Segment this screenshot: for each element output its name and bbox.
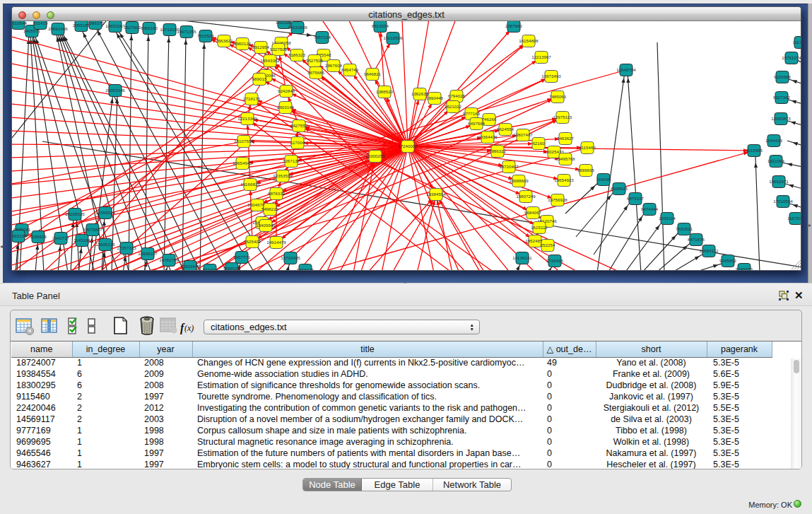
svg-text:7663822: 7663822 <box>216 38 233 43</box>
svg-text:8813054: 8813054 <box>372 23 389 28</box>
svg-text:2942737: 2942737 <box>52 235 70 240</box>
svg-text:6497568: 6497568 <box>468 121 486 126</box>
svg-text:10958107: 10958107 <box>138 251 158 256</box>
svg-text:1145194: 1145194 <box>73 238 90 243</box>
svg-text:19654923: 19654923 <box>554 177 574 182</box>
svg-text:9463627: 9463627 <box>557 136 575 141</box>
svg-text:2387682: 2387682 <box>505 23 523 28</box>
svg-text:9242848: 9242848 <box>278 88 295 93</box>
svg-text:1621022: 1621022 <box>445 104 462 109</box>
svg-text:16648784: 16648784 <box>616 67 636 72</box>
svg-text:10653267: 10653267 <box>105 23 125 28</box>
svg-text:7625402: 7625402 <box>244 239 261 244</box>
svg-text:12923446: 12923446 <box>180 264 200 269</box>
svg-text:9699695: 9699695 <box>577 168 595 173</box>
svg-text:17240007: 17240007 <box>398 144 418 148</box>
svg-text:1510544: 1510544 <box>12 21 28 25</box>
svg-text:18720407: 18720407 <box>499 164 519 169</box>
svg-text:9558107: 9558107 <box>223 266 241 271</box>
svg-text:992450: 992450 <box>203 267 218 271</box>
svg-text:1117207: 1117207 <box>792 40 801 45</box>
svg-text:9657771: 9657771 <box>233 255 251 259</box>
svg-text:2935114: 2935114 <box>659 216 676 221</box>
svg-text:1527602: 1527602 <box>124 25 141 30</box>
svg-text:8186323: 8186323 <box>288 52 306 57</box>
svg-text:15751074: 15751074 <box>782 55 801 60</box>
svg-text:10973493: 10973493 <box>541 74 561 78</box>
svg-text:7986322: 7986322 <box>489 148 507 153</box>
svg-text:931419: 931419 <box>33 21 48 25</box>
svg-text:252254: 252254 <box>541 243 555 247</box>
svg-text:19654943: 19654943 <box>233 160 252 165</box>
svg-text:39975867: 39975867 <box>83 227 102 232</box>
svg-text:16782759: 16782759 <box>159 257 179 262</box>
svg-text:9474444: 9474444 <box>641 206 659 211</box>
svg-text:15409949: 15409949 <box>256 223 276 228</box>
svg-text:9646821: 9646821 <box>364 71 382 76</box>
svg-text:9658345: 9658345 <box>297 267 314 271</box>
svg-text:117004: 117004 <box>290 140 305 145</box>
svg-text:2867608: 2867608 <box>325 63 343 68</box>
svg-text:14136141: 14136141 <box>512 255 532 260</box>
svg-text:12213967: 12213967 <box>531 54 551 59</box>
svg-text:20053346: 20053346 <box>105 88 125 93</box>
svg-text:19384554: 19384554 <box>426 192 446 197</box>
svg-text:3915194: 3915194 <box>12 233 28 238</box>
svg-text:1621064: 1621064 <box>767 158 785 163</box>
svg-text:17016504: 17016504 <box>773 199 793 204</box>
svg-text:1615112: 1615112 <box>531 225 548 230</box>
svg-text:20364436: 20364436 <box>478 134 498 139</box>
svg-text:8878332: 8878332 <box>268 191 286 196</box>
svg-text:12975115: 12975115 <box>553 115 572 119</box>
svg-text:12213369: 12213369 <box>237 116 257 121</box>
svg-text:16543362: 16543362 <box>260 58 280 63</box>
svg-text:9245652: 9245652 <box>719 258 737 263</box>
svg-text:3215955: 3215955 <box>746 148 763 153</box>
svg-text:9245653: 9245653 <box>736 267 753 271</box>
svg-text:15692971: 15692971 <box>769 179 789 184</box>
svg-text:1624554: 1624554 <box>497 127 514 132</box>
svg-text:19495768: 19495768 <box>555 156 575 161</box>
svg-text:2603144: 2603144 <box>277 105 295 110</box>
svg-text:62160: 62160 <box>532 141 545 146</box>
svg-text:19218506: 19218506 <box>383 35 403 40</box>
svg-text:19166825: 19166825 <box>240 182 260 187</box>
svg-text:14914479: 14914479 <box>266 240 286 245</box>
svg-text:7632621: 7632621 <box>676 226 693 231</box>
svg-text:8454749: 8454749 <box>341 67 359 72</box>
svg-text:20206535: 20206535 <box>65 211 85 216</box>
svg-text:8960124: 8960124 <box>234 41 252 46</box>
svg-text:9329966: 9329966 <box>774 74 792 79</box>
svg-text:6966160: 6966160 <box>141 25 158 30</box>
svg-text:10807487: 10807487 <box>513 132 533 137</box>
svg-text:6879197: 6879197 <box>627 196 645 201</box>
svg-text:17359924: 17359924 <box>95 210 115 215</box>
svg-text:989015: 989015 <box>252 76 267 81</box>
svg-text:2718176: 2718176 <box>243 96 261 101</box>
svg-text:16671355: 16671355 <box>177 29 196 34</box>
svg-text:5498222: 5498222 <box>261 206 279 211</box>
svg-text:16107554: 16107554 <box>234 139 254 144</box>
svg-text:164095: 164095 <box>596 177 611 182</box>
svg-text:1156829: 1156829 <box>30 234 47 239</box>
svg-text:16154808: 16154808 <box>519 38 539 43</box>
svg-text:16033809: 16033809 <box>288 25 307 30</box>
svg-text:15300255: 15300255 <box>365 153 385 158</box>
svg-text:1167533: 1167533 <box>787 216 801 221</box>
svg-text:1990448: 1990448 <box>426 95 444 100</box>
svg-text:8938923: 8938923 <box>611 186 628 191</box>
svg-text:7515526: 7515526 <box>197 33 215 38</box>
svg-text:9777169: 9777169 <box>463 111 481 116</box>
svg-text:10688609: 10688609 <box>509 178 529 183</box>
svg-text:(x): (x) <box>184 323 194 333</box>
svg-text:20691406: 20691406 <box>48 26 68 31</box>
svg-text:3675685: 3675685 <box>307 70 325 75</box>
svg-text:12905135: 12905135 <box>95 242 115 247</box>
svg-text:17357223: 17357223 <box>117 245 136 250</box>
svg-text:8471676: 8471676 <box>688 237 705 242</box>
svg-text:7485063: 7485063 <box>549 94 567 99</box>
svg-text:9115460: 9115460 <box>579 145 596 150</box>
svg-text:9527505: 9527505 <box>306 58 324 63</box>
svg-text:15716485: 15716485 <box>281 255 300 260</box>
svg-text:6794028: 6794028 <box>448 93 466 98</box>
